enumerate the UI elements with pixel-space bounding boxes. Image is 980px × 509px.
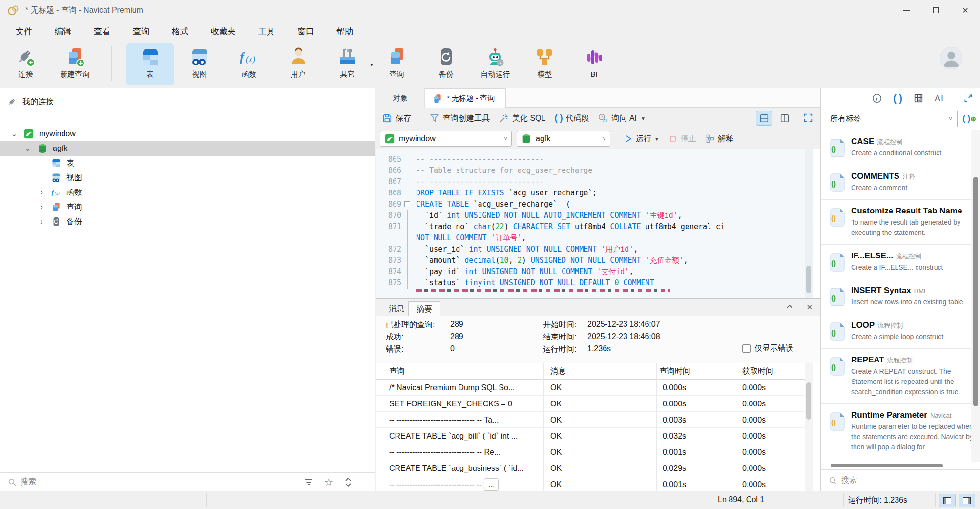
code-line[interactable]: 870 `id` int UNSIGNED NOT NULL AUTO_INCR… (376, 210, 813, 221)
toolbar-button-query[interactable]: 查询 (373, 43, 420, 85)
close-button[interactable]: ✕ (951, 0, 980, 21)
toolbar-button-table[interactable]: 表 (126, 43, 174, 85)
info-icon[interactable] (872, 93, 882, 104)
toolbar-button-view[interactable]: 视图 (176, 43, 223, 85)
table-row[interactable]: -- ------------------------------ -- ...… (376, 476, 805, 491)
user-avatar[interactable] (940, 47, 962, 69)
code-line[interactable]: 875 `status` tinyint UNSIGNED NOT NULL D… (376, 277, 813, 289)
toolbar-button-user[interactable]: 用户 (274, 43, 322, 85)
ai-tab-icon[interactable]: AI (935, 93, 944, 104)
menu-item-5[interactable]: 格式 (165, 23, 195, 40)
collapse-panel-icon[interactable] (786, 303, 793, 311)
toolbar-button-model[interactable]: 模型 (521, 43, 568, 85)
toolbar-button-automation[interactable]: 自动运行 (472, 43, 519, 85)
code-line[interactable]: 867-- -------------------------- (376, 176, 813, 188)
toolbar-button-others[interactable]: 其它▼ (324, 43, 371, 85)
table-row[interactable]: CREATE TABLE `acg_bill` ( `id` int ...OK… (376, 428, 805, 444)
snippet-item[interactable]: ()INSERT SyntaxDMLInsert new rows into a… (821, 279, 971, 314)
filter-icon[interactable] (304, 478, 313, 487)
sidebar-item-agfk[interactable]: ⌄agfk (0, 141, 375, 156)
collapse-all-icon[interactable] (344, 477, 353, 487)
favorite-star-icon[interactable]: ☆ (324, 476, 333, 488)
toolbar-button-backup[interactable]: 备份 (422, 43, 470, 85)
snippet-item[interactable]: ()Runtime ParameterNavicat-Runtime param… (821, 404, 971, 459)
snippet-item[interactable]: ()CASE流程控制Create a conditional construct (821, 130, 971, 165)
code-line[interactable]: 869−CREATE TABLE `acg_user_recharge` ( (376, 199, 813, 210)
tab-query-active[interactable]: * 无标题 - 查询 (425, 88, 506, 108)
fullscreen-button[interactable] (803, 112, 813, 125)
snippet-item[interactable]: ()REPEAT流程控制Create A REPEAT construct. T… (821, 349, 971, 404)
sidebar-item-查询[interactable]: ›查询 (0, 200, 375, 214)
table-row[interactable]: -- ------------------------------ -- Ta.… (376, 412, 805, 428)
tag-filter-select[interactable]: 所有标签 ˅ (825, 111, 958, 127)
menu-item-9[interactable]: 帮助 (330, 23, 360, 40)
editor-scrollbar[interactable] (805, 149, 813, 298)
run-button[interactable]: 运行 ▼ (623, 134, 659, 144)
chevron-down-icon[interactable]: ⌄ (11, 129, 18, 138)
menu-item-2[interactable]: 编辑 (48, 23, 78, 40)
snippet-item[interactable]: ()IF...ELSE...流程控制Create a IF...ELSE... … (821, 245, 971, 279)
menu-item-3[interactable]: 查看 (87, 23, 117, 40)
code-line[interactable]: 866-- Table structure for acg_user_recha… (376, 165, 813, 176)
sidebar-item-mywindow[interactable]: ⌄mywindow (0, 127, 375, 141)
query-builder-button[interactable]: 查询创建工具 (429, 113, 490, 124)
table-row[interactable]: /* Navicat Premium Dump SQL So...OK0.000… (376, 380, 805, 396)
code-line[interactable]: 871 `trade_no` char(22) CHARACTER SET ut… (376, 221, 813, 233)
split-horizontal-button[interactable] (756, 111, 772, 126)
results-scrollbar[interactable] (805, 363, 813, 491)
tab-messages[interactable]: 消息 (381, 301, 412, 317)
menu-item-8[interactable]: 窗口 (291, 23, 321, 40)
split-vertical-button[interactable] (776, 111, 793, 126)
chevron-down-icon[interactable]: ⌄ (24, 144, 31, 153)
code-line[interactable]: 873 `amount` decimal(10, 2) UNSIGNED NOT… (376, 255, 813, 266)
chevron-right-icon[interactable]: › (38, 202, 45, 212)
sql-editor[interactable]: 865-- --------------------------866-- Ta… (376, 149, 813, 298)
sidebar-item-函数[interactable]: ›f(x)函数 (0, 185, 375, 200)
fold-marker-icon[interactable]: − (404, 201, 410, 207)
toolbar-button-bi[interactable]: BI (570, 43, 618, 85)
table-row[interactable]: CREATE TABLE `acg_business` ( `id...OK0.… (376, 460, 805, 476)
new-snippet-button[interactable]: ( )⊕ (962, 114, 976, 124)
sidebar-item-表[interactable]: 表 (0, 156, 375, 170)
toggle-right-pane-button[interactable] (959, 494, 975, 507)
snippet-item[interactable]: ()COMMENTS注释Create a comment (821, 165, 971, 200)
chevron-right-icon[interactable]: › (38, 188, 45, 197)
snippet-item[interactable]: ()LOOP流程控制Create a simple loop construct (821, 314, 971, 349)
toolbar-button-connect[interactable]: 连接 (2, 43, 49, 85)
expand-panel-icon[interactable] (963, 93, 973, 103)
code-line[interactable]: 874 `pay_id` int UNSIGNED NOT NULL COMME… (376, 266, 813, 277)
snippet-vertical-scrollbar[interactable] (971, 130, 980, 462)
ask-ai-button[interactable]: ?AI 询问 AI ▼ (598, 113, 645, 124)
code-snippet-tab-icon[interactable]: ( ) (893, 93, 902, 104)
menu-item-4[interactable]: 查询 (126, 23, 156, 40)
connection-select[interactable]: mywindow ˅ (380, 131, 512, 147)
snippet-item[interactable]: ()Customize Result Tab NameTo name the r… (821, 200, 971, 245)
maximize-button[interactable] (921, 0, 951, 21)
close-panel-icon[interactable]: ✕ (806, 303, 813, 312)
only-errors-checkbox[interactable]: 仅显示错误 (742, 343, 793, 354)
snippet-horizontal-scrollbar[interactable] (821, 462, 980, 469)
snippet-search-bar[interactable]: 搜索 (821, 469, 980, 491)
sidebar-item-备份[interactable]: ›备份 (0, 214, 375, 229)
tab-objects[interactable]: 对象 (376, 88, 425, 108)
sidebar-search-bar[interactable]: 搜索 ☆ (0, 472, 375, 491)
table-row[interactable]: SET FOREIGN_KEY_CHECKS = 0OK0.000s0.000s (376, 396, 805, 412)
save-button[interactable]: 保存 (382, 113, 411, 124)
table-row[interactable]: -- ------------------------------ -- Re.… (376, 444, 805, 460)
chevron-right-icon[interactable]: › (38, 217, 45, 227)
beautify-sql-button[interactable]: 美化 SQL (499, 113, 545, 124)
sidebar-item-视图[interactable]: 视图 (0, 170, 375, 185)
more-button[interactable]: ... (484, 478, 499, 491)
explain-button[interactable]: 解释 (705, 134, 733, 144)
code-snippet-button[interactable]: ( ) 代码段 (554, 113, 589, 124)
menu-item-7[interactable]: 工具 (251, 23, 282, 40)
database-select[interactable]: agfk ˅ (517, 131, 610, 147)
menu-item-6[interactable]: 收藏夹 (204, 23, 243, 40)
sidebar-item-my-connections[interactable]: 我的连接 (0, 94, 375, 109)
toolbar-button-function[interactable]: f(x)函数 (225, 43, 272, 85)
code-line[interactable]: 868DROP TABLE IF EXISTS `acg_user_rechar… (376, 188, 813, 199)
minimize-button[interactable] (892, 0, 921, 21)
menu-item-1[interactable]: 文件 (9, 23, 39, 40)
grid-view-icon[interactable] (913, 93, 924, 104)
code-line[interactable]: 865-- -------------------------- (376, 154, 813, 165)
